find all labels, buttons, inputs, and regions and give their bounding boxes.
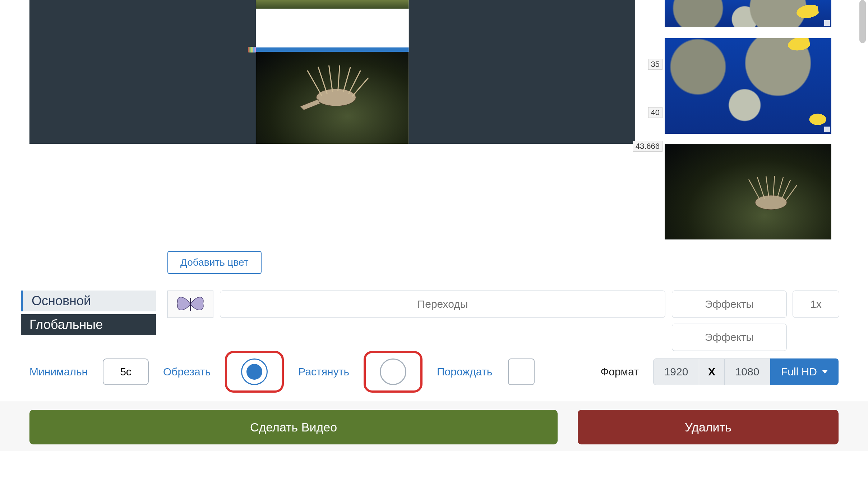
tabs: Основной Глобальные: [21, 291, 157, 338]
preset-dropdown[interactable]: Full HD: [770, 358, 839, 385]
svg-line-13: [749, 179, 760, 200]
swatch-butterfly[interactable]: [167, 291, 213, 318]
min-duration-label: Минимальн: [29, 366, 88, 378]
svg-line-17: [777, 177, 783, 197]
settings-row: Минимальн Обрезать Растянуть Порождать Ф…: [29, 355, 839, 388]
chevron-down-icon: [822, 370, 828, 374]
thumb-badge-icon: [824, 127, 830, 132]
butterfly-icon: [174, 293, 207, 316]
crop-radio[interactable]: [241, 358, 268, 385]
stretch-label: Растянуть: [298, 366, 349, 378]
svg-line-4: [338, 65, 340, 91]
tab-global[interactable]: Глобальные: [21, 314, 156, 335]
effects-input-1[interactable]: [672, 291, 787, 318]
thumbnail-3[interactable]: [665, 144, 831, 239]
timeline-bar[interactable]: [256, 47, 409, 52]
preview-gap: [256, 9, 409, 47]
format-label: Формат: [600, 366, 639, 378]
action-bar: Сделать Видео Удалить: [0, 401, 868, 451]
thumb-badge-icon: [824, 20, 830, 26]
stretch-radio[interactable]: [380, 358, 406, 385]
svg-line-3: [329, 65, 332, 92]
preview-canvas: [29, 0, 635, 144]
effects-input-2[interactable]: [672, 324, 787, 351]
svg-line-5: [343, 67, 350, 92]
fish-icon: [792, 1, 820, 22]
svg-line-2: [318, 67, 327, 94]
dimension-separator: X: [699, 358, 724, 385]
transitions-input[interactable]: [220, 291, 665, 318]
height-input[interactable]: [724, 358, 770, 385]
lionfish-icon: [286, 63, 379, 114]
stretch-radio-highlight: [364, 351, 423, 393]
add-color-button[interactable]: Добавить цвет: [167, 251, 262, 274]
thumbnail-column: 35 40 43.666: [637, 0, 831, 241]
min-duration-input[interactable]: [103, 358, 149, 385]
svg-line-14: [757, 177, 765, 199]
tick-label: 35: [648, 59, 662, 70]
crop-radio-highlight: [225, 351, 284, 393]
generate-checkbox[interactable]: [508, 358, 535, 385]
svg-line-1: [307, 70, 322, 96]
timeline-ticks: 35 40 43.666: [637, 0, 663, 241]
delete-button[interactable]: Удалить: [578, 410, 839, 444]
svg-line-6: [348, 70, 360, 94]
preview-strip-top: [256, 0, 409, 9]
tab-main[interactable]: Основной: [21, 291, 156, 311]
lionfish-icon: [731, 174, 803, 214]
tick-label: 40: [648, 107, 662, 118]
swatch-row: [167, 291, 839, 318]
speed-input[interactable]: [793, 291, 839, 318]
preset-label: Full HD: [781, 366, 817, 378]
fish-icon: [784, 38, 811, 55]
svg-line-16: [773, 176, 775, 197]
crop-label: Обрезать: [163, 366, 211, 378]
tick-label: 43.666: [633, 141, 662, 152]
thumbnail-2[interactable]: [665, 38, 831, 134]
scrollbar[interactable]: [859, 0, 866, 43]
make-video-button[interactable]: Сделать Видео: [29, 410, 558, 444]
svg-line-15: [766, 176, 769, 197]
format-group: X Full HD: [653, 358, 839, 385]
svg-line-7: [352, 78, 368, 96]
generate-label: Порождать: [437, 366, 494, 378]
preview-image: [256, 52, 409, 144]
thumbnail-1[interactable]: [665, 0, 831, 27]
width-input[interactable]: [653, 358, 699, 385]
fish-icon: [807, 112, 828, 127]
preview-frame: [256, 0, 409, 144]
